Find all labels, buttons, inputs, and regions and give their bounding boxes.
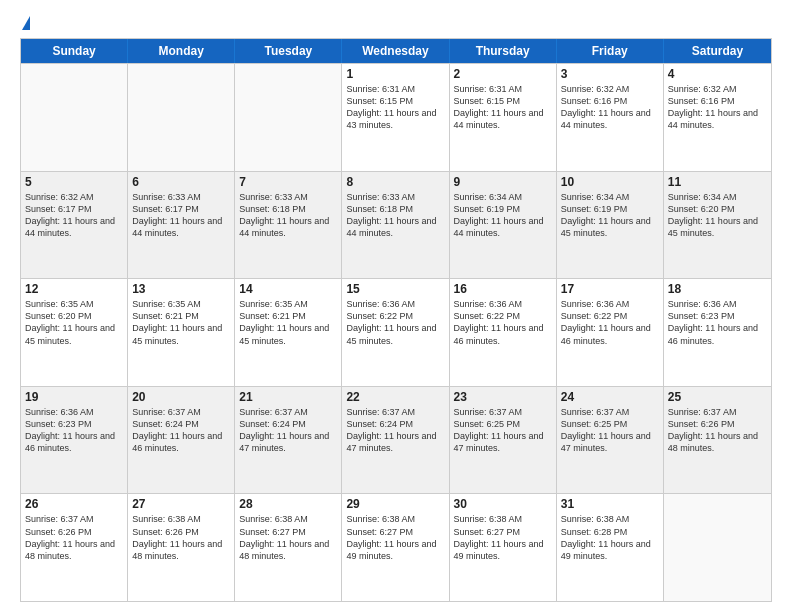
day-info: Sunrise: 6:32 AM Sunset: 6:17 PM Dayligh… <box>25 191 123 240</box>
day-number: 20 <box>132 390 230 404</box>
calendar-day-11: 11Sunrise: 6:34 AM Sunset: 6:20 PM Dayli… <box>664 172 771 279</box>
day-info: Sunrise: 6:36 AM Sunset: 6:22 PM Dayligh… <box>454 298 552 347</box>
day-info: Sunrise: 6:36 AM Sunset: 6:23 PM Dayligh… <box>668 298 767 347</box>
day-info: Sunrise: 6:37 AM Sunset: 6:25 PM Dayligh… <box>561 406 659 455</box>
day-info: Sunrise: 6:37 AM Sunset: 6:26 PM Dayligh… <box>668 406 767 455</box>
day-number: 5 <box>25 175 123 189</box>
day-header-thursday: Thursday <box>450 39 557 63</box>
calendar-day-17: 17Sunrise: 6:36 AM Sunset: 6:22 PM Dayli… <box>557 279 664 386</box>
day-header-tuesday: Tuesday <box>235 39 342 63</box>
day-info: Sunrise: 6:31 AM Sunset: 6:15 PM Dayligh… <box>346 83 444 132</box>
day-info: Sunrise: 6:33 AM Sunset: 6:18 PM Dayligh… <box>346 191 444 240</box>
calendar-day-empty <box>128 64 235 171</box>
calendar-day-7: 7Sunrise: 6:33 AM Sunset: 6:18 PM Daylig… <box>235 172 342 279</box>
day-info: Sunrise: 6:35 AM Sunset: 6:20 PM Dayligh… <box>25 298 123 347</box>
day-number: 16 <box>454 282 552 296</box>
day-info: Sunrise: 6:37 AM Sunset: 6:25 PM Dayligh… <box>454 406 552 455</box>
calendar-day-14: 14Sunrise: 6:35 AM Sunset: 6:21 PM Dayli… <box>235 279 342 386</box>
day-number: 14 <box>239 282 337 296</box>
day-number: 11 <box>668 175 767 189</box>
calendar: SundayMondayTuesdayWednesdayThursdayFrid… <box>20 38 772 602</box>
calendar-week-1: 1Sunrise: 6:31 AM Sunset: 6:15 PM Daylig… <box>21 63 771 171</box>
day-info: Sunrise: 6:33 AM Sunset: 6:18 PM Dayligh… <box>239 191 337 240</box>
calendar-day-13: 13Sunrise: 6:35 AM Sunset: 6:21 PM Dayli… <box>128 279 235 386</box>
day-number: 8 <box>346 175 444 189</box>
day-number: 6 <box>132 175 230 189</box>
calendar-day-empty <box>664 494 771 601</box>
day-number: 10 <box>561 175 659 189</box>
calendar-day-18: 18Sunrise: 6:36 AM Sunset: 6:23 PM Dayli… <box>664 279 771 386</box>
day-info: Sunrise: 6:36 AM Sunset: 6:23 PM Dayligh… <box>25 406 123 455</box>
calendar-body: 1Sunrise: 6:31 AM Sunset: 6:15 PM Daylig… <box>21 63 771 601</box>
day-number: 17 <box>561 282 659 296</box>
calendar-day-2: 2Sunrise: 6:31 AM Sunset: 6:15 PM Daylig… <box>450 64 557 171</box>
calendar-day-24: 24Sunrise: 6:37 AM Sunset: 6:25 PM Dayli… <box>557 387 664 494</box>
day-info: Sunrise: 6:34 AM Sunset: 6:19 PM Dayligh… <box>454 191 552 240</box>
day-number: 25 <box>668 390 767 404</box>
day-number: 28 <box>239 497 337 511</box>
day-number: 27 <box>132 497 230 511</box>
page: SundayMondayTuesdayWednesdayThursdayFrid… <box>0 0 792 612</box>
day-info: Sunrise: 6:37 AM Sunset: 6:26 PM Dayligh… <box>25 513 123 562</box>
calendar-header: SundayMondayTuesdayWednesdayThursdayFrid… <box>21 39 771 63</box>
day-info: Sunrise: 6:37 AM Sunset: 6:24 PM Dayligh… <box>346 406 444 455</box>
day-header-monday: Monday <box>128 39 235 63</box>
day-info: Sunrise: 6:38 AM Sunset: 6:26 PM Dayligh… <box>132 513 230 562</box>
calendar-day-empty <box>21 64 128 171</box>
logo-icon <box>22 16 30 30</box>
calendar-day-4: 4Sunrise: 6:32 AM Sunset: 6:16 PM Daylig… <box>664 64 771 171</box>
calendar-day-23: 23Sunrise: 6:37 AM Sunset: 6:25 PM Dayli… <box>450 387 557 494</box>
day-number: 9 <box>454 175 552 189</box>
day-info: Sunrise: 6:33 AM Sunset: 6:17 PM Dayligh… <box>132 191 230 240</box>
header <box>20 16 772 30</box>
logo <box>20 16 30 30</box>
day-info: Sunrise: 6:34 AM Sunset: 6:19 PM Dayligh… <box>561 191 659 240</box>
calendar-day-19: 19Sunrise: 6:36 AM Sunset: 6:23 PM Dayli… <box>21 387 128 494</box>
day-info: Sunrise: 6:35 AM Sunset: 6:21 PM Dayligh… <box>132 298 230 347</box>
day-info: Sunrise: 6:35 AM Sunset: 6:21 PM Dayligh… <box>239 298 337 347</box>
day-info: Sunrise: 6:34 AM Sunset: 6:20 PM Dayligh… <box>668 191 767 240</box>
calendar-day-8: 8Sunrise: 6:33 AM Sunset: 6:18 PM Daylig… <box>342 172 449 279</box>
calendar-day-3: 3Sunrise: 6:32 AM Sunset: 6:16 PM Daylig… <box>557 64 664 171</box>
calendar-day-25: 25Sunrise: 6:37 AM Sunset: 6:26 PM Dayli… <box>664 387 771 494</box>
day-number: 26 <box>25 497 123 511</box>
day-number: 19 <box>25 390 123 404</box>
day-number: 18 <box>668 282 767 296</box>
calendar-day-15: 15Sunrise: 6:36 AM Sunset: 6:22 PM Dayli… <box>342 279 449 386</box>
day-number: 23 <box>454 390 552 404</box>
calendar-day-9: 9Sunrise: 6:34 AM Sunset: 6:19 PM Daylig… <box>450 172 557 279</box>
day-info: Sunrise: 6:32 AM Sunset: 6:16 PM Dayligh… <box>668 83 767 132</box>
calendar-day-29: 29Sunrise: 6:38 AM Sunset: 6:27 PM Dayli… <box>342 494 449 601</box>
calendar-week-4: 19Sunrise: 6:36 AM Sunset: 6:23 PM Dayli… <box>21 386 771 494</box>
day-number: 3 <box>561 67 659 81</box>
calendar-day-26: 26Sunrise: 6:37 AM Sunset: 6:26 PM Dayli… <box>21 494 128 601</box>
calendar-day-1: 1Sunrise: 6:31 AM Sunset: 6:15 PM Daylig… <box>342 64 449 171</box>
calendar-day-30: 30Sunrise: 6:38 AM Sunset: 6:27 PM Dayli… <box>450 494 557 601</box>
day-info: Sunrise: 6:36 AM Sunset: 6:22 PM Dayligh… <box>346 298 444 347</box>
calendar-day-27: 27Sunrise: 6:38 AM Sunset: 6:26 PM Dayli… <box>128 494 235 601</box>
day-number: 12 <box>25 282 123 296</box>
day-header-wednesday: Wednesday <box>342 39 449 63</box>
calendar-day-21: 21Sunrise: 6:37 AM Sunset: 6:24 PM Dayli… <box>235 387 342 494</box>
day-number: 21 <box>239 390 337 404</box>
calendar-day-20: 20Sunrise: 6:37 AM Sunset: 6:24 PM Dayli… <box>128 387 235 494</box>
day-info: Sunrise: 6:37 AM Sunset: 6:24 PM Dayligh… <box>132 406 230 455</box>
day-info: Sunrise: 6:38 AM Sunset: 6:27 PM Dayligh… <box>239 513 337 562</box>
calendar-day-31: 31Sunrise: 6:38 AM Sunset: 6:28 PM Dayli… <box>557 494 664 601</box>
day-header-sunday: Sunday <box>21 39 128 63</box>
day-info: Sunrise: 6:38 AM Sunset: 6:28 PM Dayligh… <box>561 513 659 562</box>
day-header-friday: Friday <box>557 39 664 63</box>
day-number: 13 <box>132 282 230 296</box>
calendar-week-5: 26Sunrise: 6:37 AM Sunset: 6:26 PM Dayli… <box>21 493 771 601</box>
day-number: 2 <box>454 67 552 81</box>
day-info: Sunrise: 6:32 AM Sunset: 6:16 PM Dayligh… <box>561 83 659 132</box>
day-number: 1 <box>346 67 444 81</box>
day-info: Sunrise: 6:38 AM Sunset: 6:27 PM Dayligh… <box>454 513 552 562</box>
calendar-day-22: 22Sunrise: 6:37 AM Sunset: 6:24 PM Dayli… <box>342 387 449 494</box>
calendar-day-16: 16Sunrise: 6:36 AM Sunset: 6:22 PM Dayli… <box>450 279 557 386</box>
day-info: Sunrise: 6:31 AM Sunset: 6:15 PM Dayligh… <box>454 83 552 132</box>
day-info: Sunrise: 6:38 AM Sunset: 6:27 PM Dayligh… <box>346 513 444 562</box>
day-number: 24 <box>561 390 659 404</box>
day-number: 4 <box>668 67 767 81</box>
calendar-day-empty <box>235 64 342 171</box>
